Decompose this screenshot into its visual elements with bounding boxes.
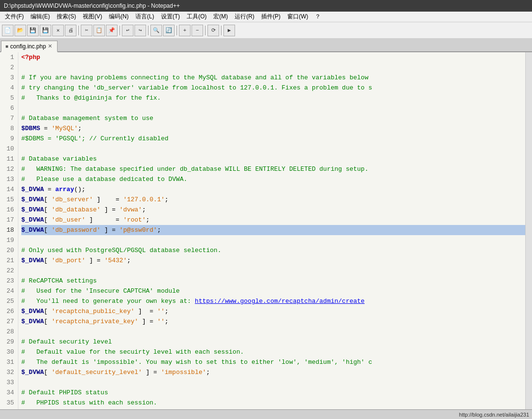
zoom-in-button[interactable]: + [179, 25, 191, 36]
line-number: 2 [2, 62, 16, 73]
menu-item[interactable]: ？ [312, 12, 324, 22]
line-number: 30 [2, 347, 16, 357]
code-token: 'impossible' [161, 369, 207, 376]
menu-item[interactable]: 工具(O) [184, 12, 209, 22]
code-token: 'MySQL' [51, 125, 78, 132]
undo-button[interactable]: ↩ [122, 25, 133, 36]
code-token: ] = [86, 216, 123, 224]
code-token: $_DVWA [21, 308, 44, 315]
line-number: 19 [2, 235, 16, 245]
tab-close-button[interactable]: ✕ [48, 43, 52, 49]
line-number: 27 [2, 316, 16, 327]
scrollbar[interactable] [525, 52, 532, 409]
open-button[interactable]: 📂 [15, 25, 26, 36]
menu-item[interactable]: 语言(L) [133, 12, 157, 22]
code-token: ; [165, 196, 169, 203]
code-line: $_DVWA[ 'db_password' ] = 'p@ssw0rd'; [21, 225, 525, 235]
code-line [21, 327, 525, 337]
code-token: [ [44, 226, 52, 234]
code-token: ] = [138, 318, 157, 325]
code-token: [ [44, 369, 52, 376]
save-button[interactable]: 💾 [27, 25, 39, 36]
close-button[interactable]: ✕ [52, 25, 64, 36]
code-token: 'recaptcha_private_key' [51, 318, 138, 325]
code-line [21, 235, 525, 245]
menu-item[interactable]: 搜索(S) [54, 12, 79, 22]
code-token: [ [44, 196, 52, 203]
line-number: 32 [2, 367, 16, 377]
code-token: #$DBMS = 'PGSQL'; // Currently disabled [21, 135, 168, 142]
menu-item[interactable]: 窗口(W) [284, 12, 311, 22]
cut-button[interactable]: ✂ [81, 25, 92, 36]
code-line: # Default security level [21, 337, 525, 347]
copy-button[interactable]: 📋 [93, 25, 105, 36]
code-line: # try changing the 'db_server' variable … [21, 83, 525, 93]
code-line: # Default value for the secuirty level w… [21, 347, 525, 357]
tab-file-icon: ■ [5, 44, 8, 49]
code-line: # You'll need to generate your own keys … [21, 296, 525, 306]
code-content[interactable]: <?php # If you are having problems conne… [18, 52, 525, 409]
code-token: ] = [142, 369, 161, 376]
code-line: $_DVWA[ 'db_database' ] = 'dvwa'; [21, 205, 525, 215]
code-token: ; [146, 216, 149, 224]
line-number: 28 [2, 327, 16, 337]
code-token: # You'll need to generate your own keys … [21, 298, 195, 305]
code-line: # Database variables [21, 154, 525, 164]
redo-button[interactable]: ↪ [134, 25, 146, 36]
print-button[interactable]: 🖨 [65, 25, 76, 36]
replace-button[interactable]: 🔄 [163, 25, 175, 36]
line-number: 15 [2, 195, 16, 205]
code-token: 'default_security_level' [51, 369, 142, 376]
code-token: # Database variables [21, 155, 97, 163]
code-token: 'db_port' [51, 257, 85, 264]
code-line: # Default PHPIDS status [21, 388, 525, 398]
line-numbers: 1234567891011121314151617181920212223242… [0, 52, 18, 409]
code-line: # Thanks to @digininja for the fix. [21, 93, 525, 103]
code-token: # Thanks to @digininja for the fix. [21, 94, 161, 102]
code-token: ; [157, 226, 161, 234]
menu-item[interactable]: 编辑(E) [28, 12, 53, 22]
line-number: 7 [2, 113, 16, 123]
menu-item[interactable]: 文件(F) [2, 12, 27, 22]
code-token: 'root' [123, 216, 146, 224]
line-number: 5 [2, 93, 16, 103]
menu-item[interactable]: 宏(M) [210, 12, 231, 22]
line-number: 18 [2, 225, 16, 235]
code-token: ] = [93, 196, 123, 203]
sync-button[interactable]: ⟳ [207, 25, 219, 36]
code-line: # The default is 'disabled'. You can set… [21, 408, 525, 409]
menu-item[interactable]: 运行(R) [232, 12, 257, 22]
code-token: [ [44, 308, 52, 315]
line-number: 26 [2, 306, 16, 316]
menu-item[interactable]: 设置(T) [158, 12, 183, 22]
code-line: # The default is 'impossible'. You may w… [21, 357, 525, 367]
code-token: # Please use a database dedicated to DVW… [21, 176, 187, 183]
new-button[interactable]: 📄 [2, 25, 14, 36]
line-number: 9 [2, 134, 16, 144]
find-button[interactable]: 🔍 [150, 25, 162, 36]
toolbar-separator [119, 26, 120, 35]
tab-config-inc-php[interactable]: ■ config.inc.php ✕ [1, 41, 58, 52]
run-button[interactable]: ▶ [223, 25, 235, 36]
code-token: $_DVWA [21, 206, 44, 213]
code-token: [ [44, 206, 52, 213]
title-bar: D:\phpstudy\WWW\DVWA-master\config\confi… [0, 0, 532, 12]
menu-item[interactable]: 编码(N) [106, 12, 132, 22]
menu-item[interactable]: 插件(P) [258, 12, 283, 22]
code-line: # Please use a database dedicated to DVW… [21, 174, 525, 184]
code-token: (); [74, 186, 85, 193]
code-token: # Default value for the secuirty level w… [21, 348, 244, 356]
code-token: 'db_server' [51, 196, 93, 203]
code-line: # ReCAPTCHA settings [21, 276, 525, 286]
code-token: '5432' [104, 257, 127, 264]
paste-button[interactable]: 📌 [106, 25, 118, 36]
code-token: [ [44, 318, 52, 325]
code-token: '' [157, 318, 165, 325]
toolbar-separator [221, 26, 222, 35]
save-all-button[interactable]: 💾 [40, 25, 51, 36]
zoom-out-button[interactable]: − [192, 25, 203, 36]
line-number: 25 [2, 296, 16, 306]
code-token: $_DVWA [21, 318, 44, 325]
code-token: $_DVWA [21, 196, 44, 203]
menu-item[interactable]: 视图(V) [80, 12, 105, 22]
